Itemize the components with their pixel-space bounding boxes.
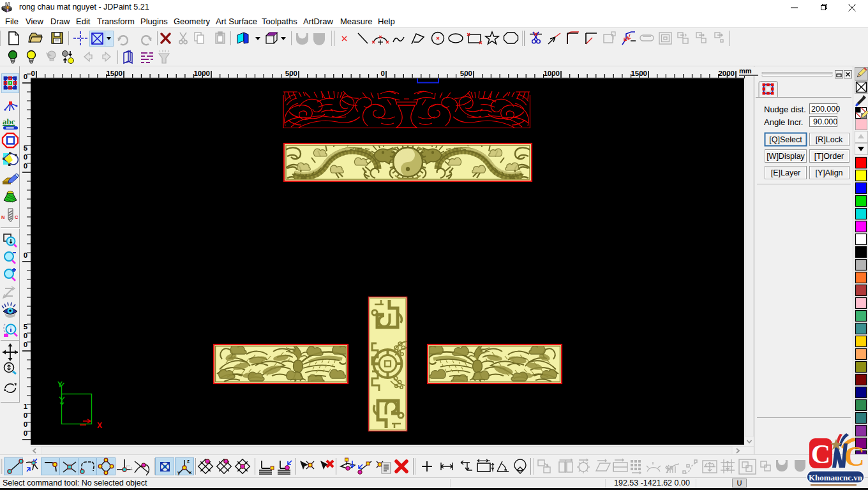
svg-text:0: 0	[31, 70, 35, 77]
svg-text:200.000: 200.000	[811, 105, 840, 114]
svg-text:0: 0	[24, 341, 27, 348]
svg-text:C: C	[811, 440, 830, 469]
svg-text:Angle Incr.: Angle Incr.	[764, 117, 803, 127]
svg-text:1000: 1000	[543, 70, 560, 77]
svg-text:[W]Display: [W]Display	[767, 152, 805, 161]
svg-text:0: 0	[381, 70, 385, 77]
svg-text:90.000: 90.000	[813, 117, 837, 126]
svg-text:0: 0	[24, 251, 27, 259]
svg-text:Y: Y	[57, 380, 63, 389]
svg-text:500: 500	[285, 70, 297, 77]
svg-text:2000: 2000	[718, 70, 735, 77]
svg-text:y: y	[177, 470, 181, 475]
svg-text:[Y]Align: [Y]Align	[815, 168, 842, 177]
svg-text:0: 0	[24, 412, 27, 419]
svg-text:0: 0	[24, 429, 27, 437]
svg-text:0: 0	[24, 153, 27, 161]
svg-text:x: x	[189, 470, 192, 475]
svg-text:C: C	[844, 441, 865, 472]
svg-text:1: 1	[24, 403, 28, 410]
svg-text:500: 500	[460, 70, 472, 77]
svg-text:C: C	[15, 214, 19, 220]
svg-text:5: 5	[24, 323, 28, 330]
svg-text:[R]Lock: [R]Lock	[816, 135, 843, 144]
svg-text:N: N	[1, 214, 4, 220]
svg-text:Khomaucnc.vn: Khomaucnc.vn	[809, 473, 863, 482]
svg-text:1000: 1000	[193, 70, 210, 77]
svg-text:5: 5	[24, 144, 28, 152]
svg-text:0: 0	[24, 332, 27, 339]
svg-text:Nudge dist.: Nudge dist.	[764, 105, 806, 114]
svg-text:z: z	[187, 458, 190, 464]
svg-text:X: X	[97, 421, 102, 430]
svg-text:0: 0	[24, 73, 27, 80]
svg-text:[T]Order: [T]Order	[814, 152, 844, 161]
svg-text:abc: abc	[3, 117, 15, 126]
svg-text:[Q]Select: [Q]Select	[769, 135, 802, 144]
svg-text:1500: 1500	[631, 70, 647, 77]
svg-text:[E]Layer: [E]Layer	[771, 168, 801, 177]
svg-text:0: 0	[24, 420, 27, 428]
svg-text:0: 0	[24, 162, 27, 170]
svg-text:1500: 1500	[106, 70, 123, 77]
